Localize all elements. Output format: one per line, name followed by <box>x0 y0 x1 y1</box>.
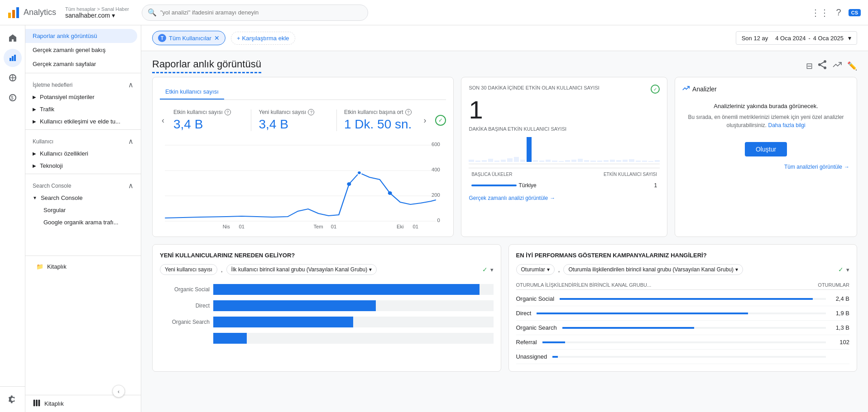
campaign-value-organic-search: 1,3 B <box>831 324 849 331</box>
campaign-bar-direct <box>537 313 826 314</box>
chevron-right-icon-3: ▶ <box>33 119 36 124</box>
sidebar-section-business-goals[interactable]: İşletme hedefleri ∧ <box>25 75 141 91</box>
new-users-info-icon[interactable]: ? <box>308 109 314 115</box>
campaigns-dimension-chip[interactable]: Oturumla ilişkilendirilen birincil kanal… <box>563 264 743 275</box>
new-users-card: YENİ KULLANICULARINIZ NEREDEN GELİYOR? Y… <box>152 244 501 372</box>
search-input[interactable] <box>160 9 362 16</box>
chevron-up-icon-sc: ∧ <box>128 181 134 190</box>
top-right-actions: ⋮⋮ ? CS <box>811 7 861 18</box>
plus-icon: + <box>237 35 240 42</box>
svg-rect-30 <box>38 400 40 406</box>
campaign-bar-unassigned <box>552 356 826 358</box>
sidebar-item-user-properties[interactable]: ▶ Kullanıcı özellikleri <box>25 147 141 160</box>
campaigns-dropdown-icon[interactable]: ▾ <box>846 266 849 273</box>
sidebar-item-search-console[interactable]: ▼ Search Console <box>25 192 141 204</box>
all-analyzers-link[interactable]: Tüm analizleri görüntüle → <box>682 164 849 170</box>
campaign-row-referral: Referral 102 <box>516 335 850 350</box>
sidebar-item-library[interactable]: 📁 Kitaplık <box>29 260 137 274</box>
chip-close-icon[interactable]: ✕ <box>214 34 220 42</box>
new-users-metric-chip[interactable]: Yeni kullanıcı sayısı <box>160 264 217 275</box>
compare-add-button[interactable]: + Karşılaştırma ekle <box>231 32 295 45</box>
trending-up-icon <box>682 85 690 94</box>
realtime-link[interactable]: Gerçek zamanlı analizi görüntüle → <box>469 195 660 201</box>
new-users-dimension-chip[interactable]: İlk kullanıcı birincil kanal grubu (Vars… <box>226 264 377 275</box>
chevron-right-icon-4: ▶ <box>33 151 36 156</box>
nav-home-icon[interactable] <box>4 29 22 47</box>
realtime-card: SON 30 DAKİKA İÇİNDE ETKİN OLAN KULLANIC… <box>461 77 667 237</box>
campaign-label-direct: Direct <box>516 310 532 317</box>
metric-active-value: 3,4 B <box>173 117 244 132</box>
library-bottom-item[interactable]: Kitaplık <box>33 399 134 408</box>
settings-bottom-bar <box>0 386 25 412</box>
site-name[interactable]: sanalhaber.com ▾ <box>65 12 129 19</box>
campaign-bar-fill-organic-search <box>562 327 694 329</box>
settings-icon-btn[interactable] <box>4 390 21 408</box>
trending-icon[interactable] <box>833 60 842 71</box>
campaign-bar-fill-referral <box>542 341 565 343</box>
metric-new-label: Yeni kullanıcı sayısı ? <box>259 109 329 115</box>
date-range-picker[interactable]: Son 12 ay 4 Oca 2024 - 4 Oca 2025 ▾ <box>736 31 857 45</box>
sidebar-section-search-console-header[interactable]: Search Console ∧ <box>25 176 141 192</box>
svg-text:0: 0 <box>437 218 440 223</box>
analyzer-learn-more-link[interactable]: Daha fazla bilgi <box>768 122 806 128</box>
nav-reports-icon[interactable] <box>4 49 22 67</box>
next-metric-arrow[interactable]: › <box>422 114 428 127</box>
prev-metric-arrow[interactable]: ‹ <box>160 114 166 127</box>
analytics-logo-icon <box>7 6 20 19</box>
campaign-label-referral: Referral <box>516 339 537 346</box>
all-users-chip[interactable]: T Tüm Kullanıcılar ✕ <box>152 31 225 45</box>
chevron-up-icon-user: ∧ <box>128 137 134 146</box>
app-title: Analytics <box>24 8 56 17</box>
title-actions: ⊟ ✏️ <box>806 60 857 71</box>
metrics-chart: 600 400 200 0 <box>160 139 446 229</box>
nav-explore-icon[interactable] <box>4 69 22 87</box>
nav-advertising-icon[interactable]: $ <box>4 89 22 107</box>
create-analyzer-button[interactable]: Oluştur <box>745 142 787 156</box>
campaign-value-direct: 1,9 B <box>831 310 849 317</box>
dim-dropdown-icon: ▾ <box>735 266 738 273</box>
sidebar: Raporlar anlık görüntüsü Gerçek zamanlı … <box>25 25 141 412</box>
sidebar-item-reports-snapshot[interactable]: Raporlar anlık görüntüsü <box>25 29 137 43</box>
sidebar-item-technology[interactable]: ▶ Teknoloji <box>25 160 141 172</box>
bar-row-more <box>160 333 494 344</box>
campaigns-table-body: Organic Social 2,4 B Direct 1,9 B <box>516 292 850 364</box>
campaigns-card: EN İYİ PERFORMANS GÖSTEREN KAMPANYALARIN… <box>508 244 858 372</box>
bar-row-organic-social: Organic Social <box>160 284 494 295</box>
sidebar-section-user[interactable]: Kullanıcı ∧ <box>25 132 141 147</box>
edit-icon[interactable]: ✏️ <box>847 61 857 71</box>
analyzer-body-text: Bu sırada, en önemli metriklerinizi izle… <box>682 113 849 129</box>
sidebar-item-traffic[interactable]: ▶ Trafik <box>25 103 141 115</box>
active-users-info-icon[interactable]: ? <box>225 109 231 115</box>
page-title: Raporlar anlık görüntüsü <box>152 58 261 73</box>
search-bar[interactable]: 🔍 <box>142 5 368 21</box>
country-value: 1 <box>573 180 659 190</box>
svg-rect-0 <box>8 13 11 18</box>
analyzer-title-row: Analizler <box>682 85 849 94</box>
sidebar-item-user-interaction[interactable]: ▶ Kullanıcı etkileşimi ve elde tu... <box>25 115 141 128</box>
svg-rect-29 <box>36 400 38 406</box>
metric-tab-active-users[interactable]: Etkin kullanıcı sayısı <box>160 85 224 99</box>
apps-grid-icon[interactable]: ⋮⋮ <box>811 7 829 18</box>
analyzer-title-text: Analizler <box>692 85 717 93</box>
bar-track-organic-search <box>213 317 494 327</box>
date-dropdown-icon: ▾ <box>848 34 851 42</box>
new-users-bar-chart: Organic Social Direct Organic Search <box>160 280 494 353</box>
avg-info-icon[interactable]: ? <box>405 109 412 115</box>
sidebar-item-potential-customers[interactable]: ▶ Potansiyel müşteriler <box>25 91 141 103</box>
realtime-section-label: SON 30 DAKİKA İÇİNDE ETKİN OLAN KULLANIC… <box>469 85 599 91</box>
cards-row: Etkin kullanıcı sayısı ‹ Etkin kullanıcı… <box>141 77 868 244</box>
sidebar-collapse-button[interactable]: ‹ <box>112 385 125 398</box>
new-users-dropdown-icon[interactable]: ▾ <box>490 266 494 273</box>
help-icon[interactable]: ? <box>836 7 841 18</box>
sidebar-item-queries[interactable]: Sorgular <box>25 204 141 216</box>
metric-check-icon: ✓ <box>435 115 446 126</box>
sidebar-item-realtime-pages[interactable]: Gerçek zamanlı sayfalar <box>25 57 137 71</box>
share-icon[interactable] <box>818 60 827 71</box>
sidebar-item-realtime-overview[interactable]: Gerçek zamanlı genel bakış <box>25 43 137 57</box>
sessions-chip[interactable]: Oturumlar ▾ <box>516 264 555 275</box>
compare-columns-icon[interactable]: ⊟ <box>806 61 813 71</box>
metric-active-users: Etkin kullanıcı sayısı ? 3,4 B <box>173 109 244 132</box>
svg-text:600: 600 <box>432 142 440 147</box>
sidebar-item-organic-traffic[interactable]: Google organik arama trafı... <box>25 216 141 228</box>
bar-track-direct <box>213 300 494 311</box>
